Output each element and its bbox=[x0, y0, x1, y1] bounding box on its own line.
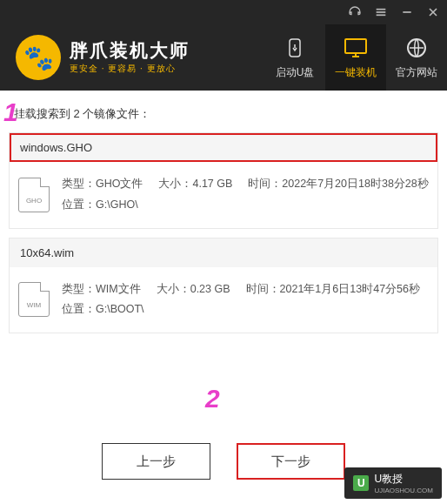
nav-one-click[interactable]: 一键装机 bbox=[325, 24, 386, 91]
file-name: 10x64.wim bbox=[10, 239, 437, 267]
watermark-icon: U bbox=[353, 475, 369, 491]
file-type: 类型：WIM文件 bbox=[62, 279, 141, 300]
content-area: 挂载搜索到 2 个镜像文件： windows.GHO GHO 类型：GHO文件 … bbox=[0, 91, 447, 353]
svg-rect-7 bbox=[345, 39, 366, 53]
brand: 胖爪装机大师 更安全 · 更容易 · 更放心 bbox=[70, 40, 190, 74]
titlebar bbox=[0, 0, 447, 24]
file-size: 大小：0.23 GB bbox=[157, 279, 230, 300]
file-item[interactable]: 10x64.wim WIM 类型：WIM文件 大小：0.23 GB 时间：202… bbox=[9, 238, 438, 334]
nav-official-site[interactable]: 官方网站 bbox=[386, 24, 447, 91]
minimize-icon[interactable] bbox=[400, 5, 414, 19]
usb-icon bbox=[284, 36, 305, 60]
prev-button[interactable]: 上一步 bbox=[102, 443, 210, 480]
nav-label: 一键装机 bbox=[335, 65, 377, 80]
file-item[interactable]: windows.GHO GHO 类型：GHO文件 大小：4.17 GB 时间：2… bbox=[9, 132, 438, 229]
file-icon: WIM bbox=[18, 282, 50, 317]
next-button[interactable]: 下一步 bbox=[237, 443, 345, 480]
watermark-text: U教授 bbox=[374, 473, 403, 485]
search-result-label: 挂载搜索到 2 个镜像文件： bbox=[9, 101, 438, 132]
annotation-2: 2 bbox=[205, 384, 220, 413]
file-info: 类型：GHO文件 大小：4.17 GB 时间：2022年7月20日18时38分2… bbox=[62, 174, 429, 216]
brand-subtitle: 更安全 · 更容易 · 更放心 bbox=[70, 63, 190, 75]
file-time: 时间：2021年1月6日13时47分56秒 bbox=[246, 279, 420, 300]
watermark: U U教授 UJIAOSHOU.COM bbox=[344, 467, 442, 499]
nav: 启动U盘 一键装机 官方网站 bbox=[264, 24, 447, 91]
brand-title: 胖爪装机大师 bbox=[70, 40, 190, 60]
menu-icon[interactable] bbox=[374, 5, 388, 19]
ie-icon bbox=[405, 36, 428, 60]
file-size: 大小：4.17 GB bbox=[158, 174, 232, 195]
file-location: 位置：G:\BOOT\ bbox=[62, 299, 429, 320]
headset-icon[interactable] bbox=[348, 5, 362, 19]
file-location: 位置：G:\GHO\ bbox=[62, 195, 429, 216]
close-icon[interactable] bbox=[426, 5, 440, 19]
app-header: 🐾 胖爪装机大师 更安全 · 更容易 · 更放心 启动U盘 一键装机 官方网站 bbox=[0, 0, 447, 91]
file-name: windows.GHO bbox=[10, 133, 437, 162]
nav-label: 启动U盘 bbox=[276, 65, 315, 80]
nav-boot-usb[interactable]: 启动U盘 bbox=[264, 24, 325, 91]
header-main: 🐾 胖爪装机大师 更安全 · 更容易 · 更放心 启动U盘 一键装机 官方网站 bbox=[0, 24, 447, 91]
file-body: WIM 类型：WIM文件 大小：0.23 GB 时间：2021年1月6日13时4… bbox=[10, 267, 437, 333]
logo-icon: 🐾 bbox=[16, 35, 61, 80]
file-info: 类型：WIM文件 大小：0.23 GB 时间：2021年1月6日13时47分56… bbox=[62, 279, 429, 321]
file-type: 类型：GHO文件 bbox=[62, 174, 143, 195]
monitor-icon bbox=[343, 36, 369, 60]
file-body: GHO 类型：GHO文件 大小：4.17 GB 时间：2022年7月20日18时… bbox=[10, 162, 437, 228]
watermark-sub: UJIAOSHOU.COM bbox=[374, 487, 433, 494]
nav-label: 官方网站 bbox=[396, 65, 437, 80]
file-icon: GHO bbox=[18, 178, 50, 212]
file-time: 时间：2022年7月20日18时38分28秒 bbox=[248, 174, 428, 195]
